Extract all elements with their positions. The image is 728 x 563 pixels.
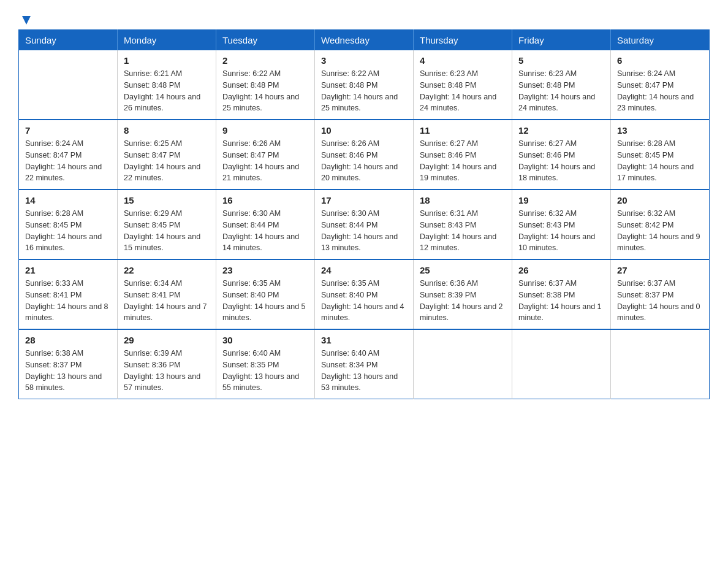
day-info: Sunrise: 6:28 AMSunset: 8:45 PMDaylight:… [25, 208, 111, 254]
day-info: Sunrise: 6:23 AMSunset: 8:48 PMDaylight:… [518, 68, 604, 114]
calendar-cell: 12Sunrise: 6:27 AMSunset: 8:46 PMDayligh… [512, 120, 611, 190]
day-info: Sunrise: 6:31 AMSunset: 8:43 PMDaylight:… [420, 208, 506, 254]
day-number: 25 [420, 265, 506, 275]
day-info: Sunrise: 6:38 AMSunset: 8:37 PMDaylight:… [25, 348, 111, 394]
day-info: Sunrise: 6:26 AMSunset: 8:46 PMDaylight:… [321, 138, 407, 184]
day-number: 10 [321, 125, 407, 136]
day-info: Sunrise: 6:40 AMSunset: 8:35 PMDaylight:… [222, 348, 308, 394]
day-info: Sunrise: 6:35 AMSunset: 8:40 PMDaylight:… [321, 278, 407, 324]
calendar-cell: 26Sunrise: 6:37 AMSunset: 8:38 PMDayligh… [512, 259, 611, 329]
day-info: Sunrise: 6:37 AMSunset: 8:38 PMDaylight:… [518, 278, 604, 324]
calendar-cell: 20Sunrise: 6:32 AMSunset: 8:42 PMDayligh… [611, 190, 710, 259]
calendar-cell: 25Sunrise: 6:36 AMSunset: 8:39 PMDayligh… [414, 259, 512, 329]
calendar-cell: 27Sunrise: 6:37 AMSunset: 8:37 PMDayligh… [611, 259, 710, 329]
day-number: 16 [222, 195, 308, 205]
calendar-cell: 29Sunrise: 6:39 AMSunset: 8:36 PMDayligh… [118, 329, 216, 399]
day-info: Sunrise: 6:34 AMSunset: 8:41 PMDaylight:… [124, 278, 210, 324]
day-number: 15 [124, 195, 210, 205]
calendar-cell: 13Sunrise: 6:28 AMSunset: 8:45 PMDayligh… [611, 120, 710, 190]
calendar-cell: 10Sunrise: 6:26 AMSunset: 8:46 PMDayligh… [315, 120, 414, 190]
calendar-week-3: 14Sunrise: 6:28 AMSunset: 8:45 PMDayligh… [19, 190, 710, 259]
day-info: Sunrise: 6:26 AMSunset: 8:47 PMDaylight:… [222, 138, 308, 184]
calendar-week-4: 21Sunrise: 6:33 AMSunset: 8:41 PMDayligh… [19, 259, 710, 329]
day-number: 6 [617, 55, 703, 66]
day-number: 9 [222, 125, 308, 136]
calendar-cell: 30Sunrise: 6:40 AMSunset: 8:35 PMDayligh… [216, 329, 315, 399]
day-number: 3 [321, 55, 407, 66]
calendar-week-1: 1Sunrise: 6:21 AMSunset: 8:48 PMDaylight… [19, 50, 710, 120]
day-number: 8 [124, 125, 210, 136]
calendar-cell: 18Sunrise: 6:31 AMSunset: 8:43 PMDayligh… [414, 190, 512, 259]
logo [18, 12, 33, 23]
calendar-cell [19, 50, 118, 120]
calendar-cell: 16Sunrise: 6:30 AMSunset: 8:44 PMDayligh… [216, 190, 315, 259]
weekday-header-monday: Monday [118, 30, 216, 51]
calendar-cell: 14Sunrise: 6:28 AMSunset: 8:45 PMDayligh… [19, 190, 118, 259]
weekday-header-saturday: Saturday [611, 30, 710, 51]
day-number: 18 [420, 195, 506, 205]
calendar-cell: 1Sunrise: 6:21 AMSunset: 8:48 PMDaylight… [118, 50, 216, 120]
day-info: Sunrise: 6:30 AMSunset: 8:44 PMDaylight:… [321, 208, 407, 254]
day-info: Sunrise: 6:25 AMSunset: 8:47 PMDaylight:… [124, 138, 210, 184]
calendar-week-5: 28Sunrise: 6:38 AMSunset: 8:37 PMDayligh… [19, 329, 710, 399]
calendar-cell: 22Sunrise: 6:34 AMSunset: 8:41 PMDayligh… [118, 259, 216, 329]
svg-marker-0 [22, 16, 31, 25]
day-info: Sunrise: 6:27 AMSunset: 8:46 PMDaylight:… [518, 138, 604, 184]
calendar-cell: 19Sunrise: 6:32 AMSunset: 8:43 PMDayligh… [512, 190, 611, 259]
day-number: 12 [518, 125, 604, 136]
weekday-header-row: SundayMondayTuesdayWednesdayThursdayFrid… [19, 30, 710, 51]
weekday-header-thursday: Thursday [414, 30, 512, 51]
weekday-header-tuesday: Tuesday [216, 30, 315, 51]
day-number: 5 [518, 55, 604, 66]
day-number: 21 [25, 265, 111, 275]
day-info: Sunrise: 6:28 AMSunset: 8:45 PMDaylight:… [617, 138, 703, 184]
day-number: 17 [321, 195, 407, 205]
day-number: 13 [617, 125, 703, 136]
calendar-table: SundayMondayTuesdayWednesdayThursdayFrid… [18, 29, 710, 399]
day-number: 4 [420, 55, 506, 66]
calendar-week-2: 7Sunrise: 6:24 AMSunset: 8:47 PMDaylight… [19, 120, 710, 190]
calendar-cell: 7Sunrise: 6:24 AMSunset: 8:47 PMDaylight… [19, 120, 118, 190]
page-header [18, 12, 710, 23]
calendar-cell: 3Sunrise: 6:22 AMSunset: 8:48 PMDaylight… [315, 50, 414, 120]
day-number: 23 [222, 265, 308, 275]
calendar-cell: 23Sunrise: 6:35 AMSunset: 8:40 PMDayligh… [216, 259, 315, 329]
calendar-cell [512, 329, 611, 399]
calendar-cell: 15Sunrise: 6:29 AMSunset: 8:45 PMDayligh… [118, 190, 216, 259]
day-info: Sunrise: 6:27 AMSunset: 8:46 PMDaylight:… [420, 138, 506, 184]
calendar-cell: 17Sunrise: 6:30 AMSunset: 8:44 PMDayligh… [315, 190, 414, 259]
day-number: 19 [518, 195, 604, 205]
day-info: Sunrise: 6:24 AMSunset: 8:47 PMDaylight:… [25, 138, 111, 184]
calendar-cell: 11Sunrise: 6:27 AMSunset: 8:46 PMDayligh… [414, 120, 512, 190]
calendar-cell: 6Sunrise: 6:24 AMSunset: 8:47 PMDaylight… [611, 50, 710, 120]
calendar-cell: 8Sunrise: 6:25 AMSunset: 8:47 PMDaylight… [118, 120, 216, 190]
day-number: 28 [25, 335, 111, 345]
day-info: Sunrise: 6:32 AMSunset: 8:43 PMDaylight:… [518, 208, 604, 254]
calendar-cell: 5Sunrise: 6:23 AMSunset: 8:48 PMDaylight… [512, 50, 611, 120]
calendar-cell [414, 329, 512, 399]
day-info: Sunrise: 6:32 AMSunset: 8:42 PMDaylight:… [617, 208, 703, 254]
calendar-cell: 31Sunrise: 6:40 AMSunset: 8:34 PMDayligh… [315, 329, 414, 399]
day-info: Sunrise: 6:35 AMSunset: 8:40 PMDaylight:… [222, 278, 308, 324]
day-number: 26 [518, 265, 604, 275]
day-info: Sunrise: 6:21 AMSunset: 8:48 PMDaylight:… [124, 68, 210, 114]
calendar-cell: 4Sunrise: 6:23 AMSunset: 8:48 PMDaylight… [414, 50, 512, 120]
calendar-cell [611, 329, 710, 399]
day-info: Sunrise: 6:33 AMSunset: 8:41 PMDaylight:… [25, 278, 111, 324]
day-number: 27 [617, 265, 703, 275]
day-info: Sunrise: 6:22 AMSunset: 8:48 PMDaylight:… [222, 68, 308, 114]
day-number: 30 [222, 335, 308, 345]
day-number: 29 [124, 335, 210, 345]
weekday-header-wednesday: Wednesday [315, 30, 414, 51]
day-number: 2 [222, 55, 308, 66]
day-info: Sunrise: 6:36 AMSunset: 8:39 PMDaylight:… [420, 278, 506, 324]
day-number: 24 [321, 265, 407, 275]
day-info: Sunrise: 6:29 AMSunset: 8:45 PMDaylight:… [124, 208, 210, 254]
calendar-cell: 28Sunrise: 6:38 AMSunset: 8:37 PMDayligh… [19, 329, 118, 399]
day-number: 1 [124, 55, 210, 66]
day-info: Sunrise: 6:24 AMSunset: 8:47 PMDaylight:… [617, 68, 703, 114]
day-number: 11 [420, 125, 506, 136]
calendar-cell: 2Sunrise: 6:22 AMSunset: 8:48 PMDaylight… [216, 50, 315, 120]
calendar-cell: 21Sunrise: 6:33 AMSunset: 8:41 PMDayligh… [19, 259, 118, 329]
day-info: Sunrise: 6:30 AMSunset: 8:44 PMDaylight:… [222, 208, 308, 254]
